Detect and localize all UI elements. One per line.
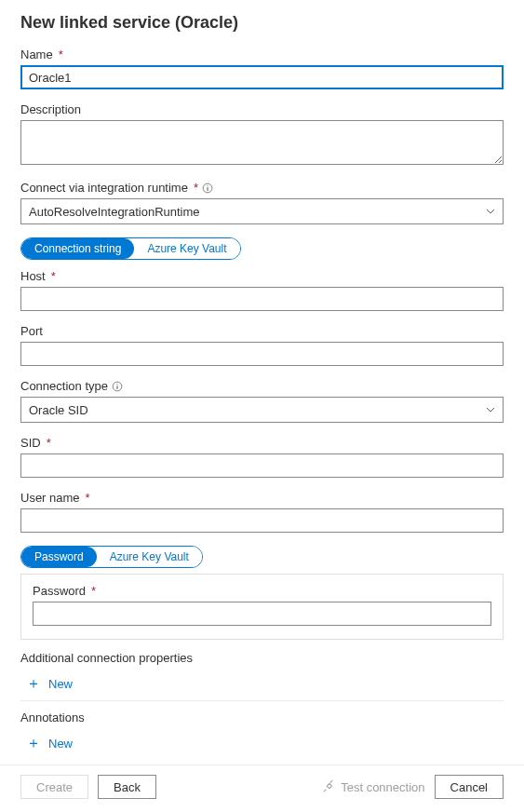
svg-rect-2 <box>207 187 208 191</box>
annotations-title: Annotations <box>20 710 504 724</box>
runtime-select[interactable] <box>20 198 504 224</box>
svg-point-1 <box>207 185 208 186</box>
connection-type-select[interactable] <box>20 397 504 423</box>
divider <box>20 700 504 701</box>
add-annotation-button[interactable]: ＋ New <box>20 730 504 749</box>
tab-password-akv[interactable]: Azure Key Vault <box>97 547 202 567</box>
tab-password[interactable]: Password <box>21 547 97 567</box>
info-icon[interactable] <box>202 183 213 194</box>
port-input[interactable] <box>20 342 504 366</box>
name-input[interactable] <box>20 65 504 89</box>
plus-icon: ＋ <box>26 676 41 691</box>
tab-azure-key-vault[interactable]: Azure Key Vault <box>134 238 239 259</box>
password-input[interactable] <box>33 602 491 626</box>
host-input[interactable] <box>20 287 504 311</box>
connection-auth-tabs: Connection string Azure Key Vault <box>20 237 241 260</box>
password-label: Password* <box>33 584 491 598</box>
test-connection-button[interactable]: Test connection <box>322 780 424 794</box>
sid-label: SID* <box>20 436 504 450</box>
add-connection-property-button[interactable]: ＋ New <box>20 670 504 698</box>
username-input[interactable] <box>20 508 504 533</box>
svg-rect-5 <box>116 386 117 389</box>
tab-connection-string[interactable]: Connection string <box>21 238 134 259</box>
username-label: User name* <box>20 491 504 505</box>
plug-icon <box>322 780 335 793</box>
sid-input[interactable] <box>20 453 504 478</box>
password-box: Password* <box>20 574 504 640</box>
password-auth-tabs: Password Azure Key Vault <box>20 546 203 568</box>
description-textarea[interactable] <box>20 120 504 165</box>
name-label: Name* <box>20 47 504 61</box>
plus-icon: ＋ <box>26 736 41 749</box>
runtime-label: Connect via integration runtime* <box>20 181 504 195</box>
info-icon[interactable] <box>112 381 123 392</box>
connection-type-label: Connection type <box>20 379 504 393</box>
port-label: Port <box>20 324 504 338</box>
page-title: New linked service (Oracle) <box>20 13 504 33</box>
description-label: Description <box>20 102 504 116</box>
create-button[interactable]: Create <box>20 775 88 799</box>
cancel-button[interactable]: Cancel <box>435 775 504 799</box>
footer: Create Back Test connection Cancel <box>0 765 524 812</box>
back-button[interactable]: Back <box>98 775 156 799</box>
host-label: Host* <box>20 269 504 283</box>
additional-props-title: Additional connection properties <box>20 651 504 665</box>
svg-point-4 <box>116 384 117 385</box>
